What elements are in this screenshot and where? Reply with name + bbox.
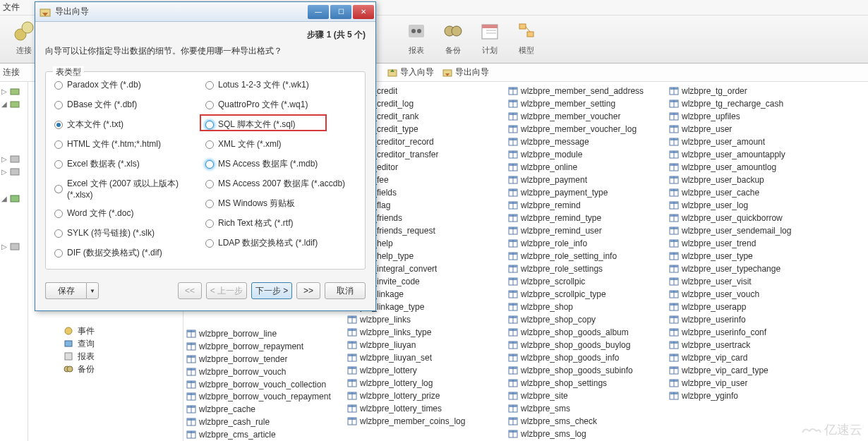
radio-paradox-------db-[interactable]: Paradox 文件 (*.db) <box>54 79 205 91</box>
table-item[interactable]: wlzbpre_links_type <box>344 326 505 339</box>
table-item[interactable]: wlzbpre_shop <box>505 301 666 313</box>
radio-word-------doc-[interactable]: Word 文件 (*.doc) <box>54 207 205 219</box>
table-item[interactable]: wlzbpre_member_voucher_log <box>505 123 666 135</box>
table-item[interactable]: wlzbpre_sms <box>505 402 666 415</box>
table-item[interactable]: wlzbpre_role_info <box>505 237 666 250</box>
table-item[interactable]: wlzbpre_payment_type <box>505 186 666 199</box>
radio-xml-------xml-[interactable]: XML 文件 (*.xml) <box>205 138 356 150</box>
table-item[interactable]: wlzbpre_liuyan <box>344 339 505 351</box>
table-item[interactable]: wlzbpre_shop_goods_subinfo <box>505 364 666 377</box>
dialog-titlebar[interactable]: 导出向导 — ☐ ✕ <box>35 2 375 22</box>
table-item[interactable]: wlzbpre_lottery_prize <box>344 389 505 402</box>
table-item[interactable]: wlzbpre_shop_goods_info <box>505 351 666 364</box>
radio-dif-------------dif-[interactable]: DIF (数据交换格式) (*.dif) <box>54 247 205 259</box>
table-item[interactable]: wlzbpre_cms_article <box>183 428 344 441</box>
table-item[interactable]: wlzbpre_user_typechange <box>666 262 827 275</box>
tree-node[interactable]: ▷ <box>0 240 28 253</box>
table-item[interactable]: wlzbpre_borrow_vouch <box>183 366 344 378</box>
last-button[interactable]: >> <box>296 282 320 299</box>
tool-plan[interactable]: 计划 <box>471 16 508 63</box>
radio-excel-----2007-----------xlsx-[interactable]: Excel 文件 (2007 或以上版本) (*.xlsx) <box>54 178 205 200</box>
table-item[interactable]: wlzbpre_vip_card_type <box>666 364 827 377</box>
table-item[interactable]: wlzbpre_role_settings <box>505 262 666 275</box>
minimize-button[interactable]: — <box>308 5 329 19</box>
table-item[interactable]: wlzbpre_scrollpic_type <box>505 288 666 301</box>
table-item[interactable]: wlzbpre_sms_check <box>505 415 666 428</box>
radio-ms-access-2007--------accdb-[interactable]: MS Access 2007 数据库 (*.accdb) <box>205 178 356 190</box>
radio-lotus-1-2-3-------wk1-[interactable]: Lotus 1-2-3 文件 (*.wk1) <box>205 79 356 91</box>
tree-node[interactable]: ▷ <box>0 152 28 165</box>
table-item[interactable]: wlzbpre_borrow_repayment <box>183 340 344 353</box>
tree-node[interactable]: ▷ <box>0 85 28 97</box>
radio-dbase-------dbf-[interactable]: DBase 文件 (*.dbf) <box>54 99 205 111</box>
table-item[interactable]: wlzbpre_online <box>505 161 666 174</box>
table-item[interactable]: wlzbpre_borrow_vouch_collection <box>183 378 344 391</box>
table-item[interactable]: wlzbpre_member_coins_log <box>344 415 505 428</box>
table-item[interactable]: wlzbpre_user_amountlog <box>666 161 827 174</box>
table-item[interactable]: wlzbpre_vip_user <box>666 377 827 389</box>
radio-quattropro-------wq1-[interactable]: QuattroPro 文件 (*.wq1) <box>205 99 356 111</box>
table-item[interactable]: wlzbpre_user_amount <box>666 135 827 148</box>
table-item[interactable]: wlzbpre_scrollpic <box>505 275 666 288</box>
tree-node[interactable]: ◢ <box>0 192 28 205</box>
radio-ms-windows----[interactable]: MS Windows 剪贴板 <box>205 198 356 210</box>
tool-report[interactable]: 报表 <box>398 16 435 63</box>
save-button[interactable]: 保存 <box>45 282 86 299</box>
table-item[interactable]: wlzbpre_userapp <box>666 301 827 313</box>
table-item[interactable]: wlzbpre_userinfo <box>666 313 827 326</box>
table-item[interactable]: wlzbpre_remind_type <box>505 212 666 224</box>
sec-import-wizard[interactable]: 导入向导 <box>387 66 434 78</box>
tool-model[interactable]: 模型 <box>508 16 545 63</box>
side-query[interactable]: 查询 <box>64 337 183 350</box>
table-item[interactable]: wlzbpre_lottery <box>344 364 505 377</box>
radio-ldap-----------ldif-[interactable]: LDAP 数据交换格式 (*.ldif) <box>205 237 356 249</box>
table-item[interactable]: wlzbpre_remind <box>505 199 666 212</box>
table-item[interactable]: wlzbpre_cash_rule <box>183 416 344 428</box>
radio-html-------htm---html-[interactable]: HTML 文件 (*.htm;*.html) <box>54 138 205 150</box>
table-item[interactable]: wlzbpre_remind_user <box>505 224 666 237</box>
table-item[interactable]: wlzbpre_shop_settings <box>505 377 666 389</box>
table-item[interactable]: wlzbpre_member_send_address <box>505 85 666 97</box>
table-item[interactable]: wlzbpre_message <box>505 135 666 148</box>
table-item[interactable]: wlzbpre_borrow_line <box>183 327 344 340</box>
close-button[interactable]: ✕ <box>353 5 374 19</box>
table-item[interactable]: wlzbpre_usertrack <box>666 339 827 351</box>
table-item[interactable]: wlzbpre_liuyan_set <box>344 351 505 364</box>
table-item[interactable]: wlzbpre_user_quickborrow <box>666 212 827 224</box>
radio-excel--------xls-[interactable]: Excel 数据表 (*.xls) <box>54 158 205 170</box>
first-button[interactable]: << <box>178 282 202 299</box>
side-backup[interactable]: 备份 <box>64 363 183 375</box>
tree-node[interactable]: ▷ <box>0 165 28 178</box>
table-item[interactable]: wlzbpre_upfiles <box>666 110 827 123</box>
table-item[interactable]: wlzbpre_user_vouch <box>666 288 827 301</box>
save-dropdown[interactable]: ▼ <box>86 282 99 299</box>
table-item[interactable]: wlzbpre_user_log <box>666 199 827 212</box>
radio-sql---------sql-[interactable]: SQL 脚本文件 (*.sql) <box>205 119 356 131</box>
table-item[interactable]: wlzbpre_site <box>505 389 666 402</box>
table-item[interactable]: wlzbpre_lottery_times <box>344 402 505 415</box>
table-item[interactable]: wlzbpre_member_setting <box>505 97 666 110</box>
table-item[interactable]: wlzbpre_sms_log <box>505 428 666 440</box>
maximize-button[interactable]: ☐ <box>330 5 351 19</box>
table-item[interactable]: wlzbpre_user_trend <box>666 237 827 250</box>
table-item[interactable]: wlzbpre_lottery_log <box>344 377 505 389</box>
table-item[interactable]: wlzbpre_module <box>505 148 666 161</box>
tree-node[interactable]: ◢ <box>0 97 28 110</box>
cancel-button[interactable]: 取消 <box>325 282 366 299</box>
table-item[interactable]: wlzbpre_userinfo_conf <box>666 326 827 339</box>
table-item[interactable]: wlzbpre_tg_order <box>666 85 827 97</box>
radio-rich-text-------rtf-[interactable]: Rich Text 格式 (*.rtf) <box>205 217 356 229</box>
table-item[interactable]: wlzbpre_user_amountapply <box>666 148 827 161</box>
table-item[interactable]: wlzbpre_borrow_tender <box>183 353 344 366</box>
table-item[interactable]: wlzbpre_user <box>666 123 827 135</box>
radio-ms-access--------mdb-[interactable]: MS Access 数据库 (*.mdb) <box>205 158 356 170</box>
table-item[interactable]: wlzbpre_role_setting_info <box>505 250 666 262</box>
table-item[interactable]: wlzbpre_vip_card <box>666 351 827 364</box>
table-item[interactable]: wlzbpre_borrow_vouch_repayment <box>183 390 344 403</box>
table-item[interactable]: wlzbpre_cache <box>183 403 344 416</box>
side-report[interactable]: 报表 <box>64 350 183 363</box>
next-button[interactable]: 下一步 > <box>251 282 292 299</box>
table-item[interactable]: wlzbpre_shop_goods_buylog <box>505 339 666 351</box>
table-item[interactable]: wlzbpre_user_visit <box>666 275 827 288</box>
prev-button[interactable]: < 上一步 <box>206 282 247 299</box>
